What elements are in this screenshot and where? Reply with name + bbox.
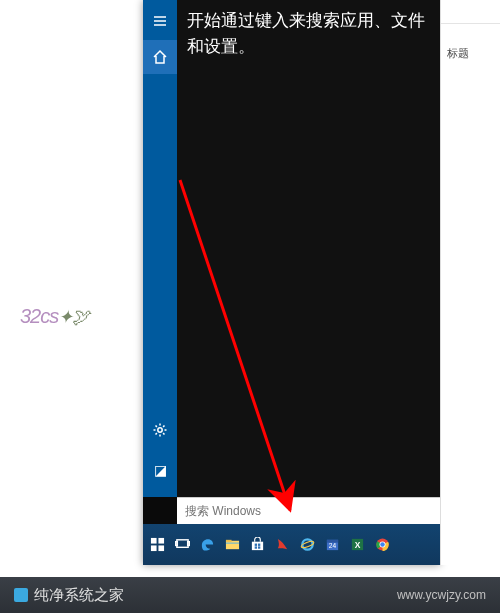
chrome-icon[interactable] [370,524,395,565]
app-red-icon[interactable] [270,524,295,565]
home-icon[interactable] [143,40,177,74]
svg-rect-13 [226,543,239,544]
site-brand: 纯净系统之家 [34,586,124,605]
svg-rect-6 [151,545,157,551]
svg-rect-5 [158,538,164,544]
calendar-icon[interactable]: 24 [320,524,345,565]
svg-text:X: X [355,540,361,550]
svg-rect-7 [158,545,164,551]
site-url: www.ycwjzy.com [397,588,486,602]
site-logo-icon [14,588,28,602]
search-input[interactable] [185,504,440,518]
search-hint-text: 开始通过键入来搜索应用、文件和设置。 [187,8,430,59]
svg-rect-18 [258,546,260,548]
search-box[interactable] [177,497,440,524]
explorer-icon[interactable] [220,524,245,565]
taskview-icon[interactable] [170,524,195,565]
svg-rect-4 [151,538,157,544]
menu-icon[interactable] [143,4,177,38]
feedback-icon[interactable]: ◪ [143,453,177,487]
edge-icon[interactable] [195,524,220,565]
ie-icon[interactable] [295,524,320,565]
search-panel: 开始通过键入来搜索应用、文件和设置。 [177,0,440,497]
excel-icon[interactable]: X [345,524,370,565]
taskbar: 24 X [143,524,440,565]
store-icon[interactable] [245,524,270,565]
svg-rect-17 [255,546,257,548]
svg-rect-14 [252,542,263,550]
svg-point-28 [380,542,385,547]
svg-text:24: 24 [329,542,337,549]
svg-rect-11 [226,541,239,549]
svg-rect-15 [255,544,257,546]
svg-rect-8 [177,540,188,548]
right-column-label: 标题 [447,46,469,61]
site-footer: 纯净系统之家 www.ycwjzy.com [0,577,500,613]
watermark-left: 32cs✦🕊 [20,305,89,328]
windows-screenshot: ◪ 开始通过键入来搜索应用、文件和设置。 [143,0,440,565]
start-button[interactable] [145,524,170,565]
right-window-header [441,6,500,24]
svg-rect-12 [226,540,232,542]
right-window-strip: 标题 [440,0,500,565]
page-background: 32cs✦🕊 ◪ 开始通过键入来搜索应用、文件和设置 [0,0,500,613]
gear-icon[interactable] [143,413,177,447]
svg-rect-16 [258,544,260,546]
cortana-rail: ◪ [143,0,177,497]
svg-point-3 [158,428,162,432]
